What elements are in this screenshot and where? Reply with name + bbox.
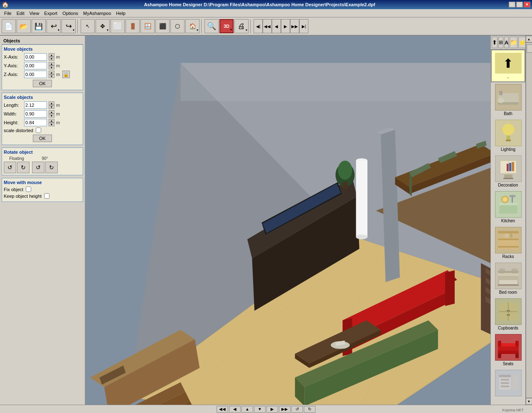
height-up[interactable]: ▲ — [49, 119, 54, 123]
minimize-button[interactable]: ─ — [509, 2, 515, 7]
viewport[interactable] — [85, 36, 490, 405]
seats-svg — [496, 335, 521, 360]
toolbar-floor[interactable]: ⬡ — [170, 19, 185, 33]
scroll-track[interactable] — [526, 42, 532, 398]
x-axis-input[interactable] — [24, 53, 47, 61]
toolbar-new[interactable]: 📄 — [2, 19, 16, 33]
rotate90-left-button[interactable]: ↺ — [32, 162, 44, 173]
scale-distorted-checkbox[interactable] — [36, 128, 41, 133]
rotate90-right-button[interactable]: ↻ — [45, 162, 58, 173]
z-axis-up[interactable]: ▲ — [49, 71, 54, 74]
toolbar-door[interactable]: 🚪 — [126, 19, 140, 33]
length-down[interactable]: ▼ — [49, 105, 54, 109]
height-spinner[interactable]: ▲ ▼ — [49, 119, 54, 126]
nav-next-button[interactable]: ▶ — [266, 406, 278, 413]
toolbar-nav6[interactable]: ▶| — [299, 19, 308, 33]
nav-prev-button[interactable]: ◀ — [229, 406, 241, 413]
length-input[interactable] — [24, 101, 47, 109]
rotate-left-button[interactable]: ↺ — [4, 162, 16, 173]
toolbar-nav1[interactable]: ◀| — [254, 19, 263, 33]
nav-down-button[interactable]: ▼ — [254, 406, 266, 413]
toolbar-save[interactable]: 💾 — [32, 19, 46, 33]
toolbar-undo[interactable]: ↩▾ — [47, 19, 61, 33]
menu-help[interactable]: Help — [113, 10, 128, 17]
toolbar-print[interactable]: 🖨▾ — [234, 19, 249, 33]
category-misc[interactable] — [491, 368, 525, 399]
height-input[interactable] — [24, 119, 47, 126]
toolbar-roof[interactable]: 🏠▾ — [185, 19, 200, 33]
menu-file[interactable]: File — [2, 10, 14, 17]
right-grid-button[interactable]: ⊞ — [498, 37, 503, 48]
x-axis-up[interactable]: ▲ — [49, 53, 54, 57]
menu-view[interactable]: View — [27, 10, 42, 17]
move-ok-button[interactable]: OK — [33, 80, 52, 87]
z-axis-down[interactable]: ▼ — [49, 74, 54, 78]
x-axis-label: X-Axis: — [4, 54, 22, 59]
toolbar-stairs[interactable]: ⬛ — [155, 19, 170, 33]
z-lock-button[interactable]: 🔒 — [62, 71, 70, 78]
toolbar-nav3[interactable]: ◀ — [272, 19, 281, 33]
category-kitchen[interactable]: Kitchen — [491, 189, 525, 225]
floating-label: Floating — [9, 156, 24, 161]
z-axis-spinner[interactable]: ▲ ▼ — [49, 71, 54, 78]
maximize-button[interactable]: □ — [516, 2, 523, 7]
menu-options[interactable]: Options — [60, 10, 81, 17]
z-axis-input[interactable] — [24, 71, 47, 78]
toolbar-window[interactable]: 🪟 — [140, 19, 155, 33]
toolbar-select[interactable]: ↖ — [81, 19, 95, 33]
category-decoration[interactable]: Decoration — [491, 154, 525, 189]
y-axis-input[interactable] — [24, 62, 47, 69]
y-axis-down[interactable]: ▼ — [49, 66, 54, 69]
right-up-arrow-item[interactable]: ⬆ .. — [491, 49, 525, 82]
toolbar-wall[interactable]: ⬜ — [111, 19, 125, 33]
toolbar-move[interactable]: ✥▾ — [96, 19, 110, 33]
category-bath[interactable]: Bath — [491, 82, 525, 118]
category-cupboards[interactable]: Cupboards — [491, 297, 525, 332]
category-bedroom[interactable]: Bed room — [491, 261, 525, 297]
menu-myashampoo[interactable]: MyAshampoo — [81, 10, 113, 17]
fix-object-checkbox[interactable] — [26, 187, 31, 192]
toolbar-nav5[interactable]: ▶▶ — [290, 19, 299, 33]
nav-left-rotate-button[interactable]: ↺ — [291, 406, 303, 413]
category-racks[interactable]: Racks — [491, 225, 525, 261]
right-up-level-button[interactable]: ⬆ — [492, 37, 498, 48]
height-down[interactable]: ▼ — [49, 123, 54, 126]
right-panel: ⬆ ⊞ A 📁 ⭐ ⬆ .. — [491, 36, 525, 405]
close-button[interactable]: ✕ — [524, 2, 530, 7]
length-spinner[interactable]: ▲ ▼ — [49, 101, 54, 109]
width-up[interactable]: ▲ — [49, 110, 54, 114]
scale-ok-button[interactable]: OK — [33, 135, 52, 142]
toolbar-nav2[interactable]: ◀◀ — [263, 19, 272, 33]
length-up[interactable]: ▲ — [49, 101, 54, 105]
width-input[interactable] — [24, 110, 47, 118]
toolbar-redo[interactable]: ↪▾ — [62, 19, 76, 33]
toolbar-3d[interactable]: 3D▾ — [219, 19, 234, 33]
category-lighting[interactable]: Lighting — [491, 118, 525, 154]
right-text-button[interactable]: A — [504, 37, 509, 48]
scroll-up-button[interactable]: ▲ — [526, 36, 532, 42]
nav-next-next-button[interactable]: ▶▶ — [279, 406, 291, 413]
toolbar-search[interactable]: 🔍 — [204, 19, 219, 33]
menu-edit[interactable]: Edit — [14, 10, 27, 17]
height-row: Height: ▲ ▼ m — [4, 119, 81, 126]
x-axis-down[interactable]: ▼ — [49, 57, 54, 61]
svg-rect-78 — [509, 163, 511, 171]
nav-up-button[interactable]: ▲ — [241, 406, 253, 413]
keep-height-checkbox[interactable] — [44, 193, 49, 199]
toolbar-open[interactable]: 📂 — [17, 19, 31, 33]
rotate-right-button[interactable]: ↻ — [17, 162, 30, 173]
category-seats[interactable]: Seats — [491, 332, 525, 368]
width-spinner[interactable]: ▲ ▼ — [49, 110, 54, 118]
y-axis-up[interactable]: ▲ — [49, 62, 54, 66]
right-folder-button[interactable]: 📁 — [510, 37, 517, 48]
x-axis-spinner[interactable]: ▲ ▼ — [49, 53, 54, 61]
toolbar-nav4[interactable]: ▶ — [281, 19, 290, 33]
scroll-thumb[interactable] — [527, 44, 532, 53]
right-star-button[interactable]: ⭐ — [518, 37, 525, 48]
menu-export[interactable]: Export — [42, 10, 60, 17]
scroll-down-button[interactable]: ▼ — [526, 398, 532, 405]
y-axis-spinner[interactable]: ▲ ▼ — [49, 62, 54, 69]
nav-prev-prev-button[interactable]: ◀◀ — [217, 406, 228, 413]
nav-right-rotate-button[interactable]: ↻ — [304, 406, 315, 413]
width-down[interactable]: ▼ — [49, 114, 54, 118]
